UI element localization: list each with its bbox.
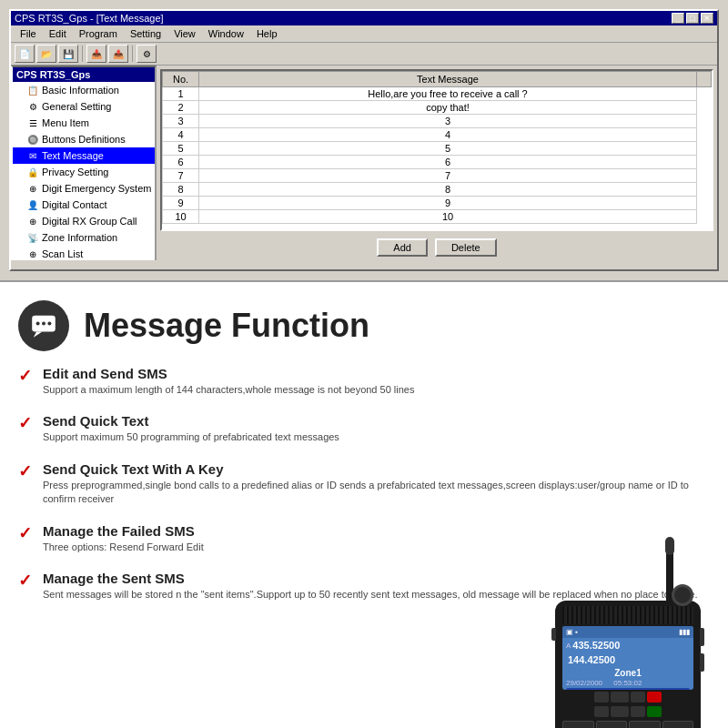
nav-ok (611, 692, 629, 703)
toolbar-settings[interactable]: ⚙ (136, 45, 157, 63)
cell-no: 7 (163, 169, 199, 183)
toolbar-write[interactable]: 📤 (108, 45, 128, 63)
radio-left-btn (551, 628, 556, 641)
cell-no: 8 (163, 183, 199, 197)
menu-setting[interactable]: Setting (125, 27, 167, 40)
table-row[interactable]: 88 (163, 183, 712, 197)
tree-text-message[interactable]: ✉Text Message (13, 147, 155, 164)
col-no: No. (163, 72, 199, 87)
tree-panel: CPS RT3S_Gps 📋Basic Information ⚙General… (11, 66, 157, 260)
zone-info-icon: 📡 (25, 230, 40, 245)
tree-title: CPS RT3S_Gps (13, 67, 155, 82)
toolbar-save[interactable]: 💾 (58, 45, 78, 63)
tree-digit-emergency[interactable]: ⊕Digit Emergency System (13, 180, 155, 197)
window-title: CPS RT3S_Gps - [Text Message] (15, 13, 164, 24)
close-btn[interactable]: ✕ (701, 13, 713, 24)
menu-view[interactable]: View (168, 27, 201, 40)
antenna-tip (665, 537, 674, 555)
col-message: Text Message (199, 72, 697, 87)
feature-content: Send Quick Text Support maximum 50 progr… (43, 413, 339, 444)
table-row[interactable]: 2copy that! (163, 101, 712, 115)
table-row[interactable]: 33 (163, 115, 712, 128)
bottom-section: Message Function ✓ Edit and Send SMS Sup… (0, 282, 728, 728)
nav-down (631, 692, 645, 703)
tree-scan-list[interactable]: ⊕Scan List (13, 246, 155, 260)
feature-desc: Press preprogrammed,single bond calls to… (43, 479, 710, 507)
screen-datetime: 29/02/2000 05:53:02 (562, 679, 693, 687)
feature-desc: Support maximum 50 programming of prefab… (43, 430, 339, 444)
tree-general-setting[interactable]: ⚙General Setting (13, 98, 155, 115)
key-4 (662, 721, 694, 728)
minimize-btn[interactable]: _ (672, 13, 684, 24)
cell-no: 6 (163, 156, 199, 169)
table-row[interactable]: 1010 (163, 210, 712, 224)
delete-button[interactable]: Delete (435, 238, 497, 257)
nav-red (647, 692, 662, 703)
text-message-icon: ✉ (25, 148, 40, 163)
radio-side-btn-1 (700, 628, 704, 646)
title-bar-buttons: _ □ ✕ (672, 13, 713, 24)
cell-no: 4 (163, 128, 199, 142)
scan-list-icon: ⊕ (25, 247, 40, 260)
menu-bar: File Edit Program Setting View Window He… (11, 25, 717, 43)
tree-basic-info[interactable]: 📋Basic Information (13, 82, 155, 98)
cell-msg: 3 (199, 115, 697, 128)
tree-privacy[interactable]: 🔒Privacy Setting (13, 164, 155, 180)
feature-item: ✓ Send Quick Text Support maximum 50 pro… (18, 413, 710, 444)
table-row[interactable]: 99 (163, 197, 712, 210)
menu-window[interactable]: Window (203, 27, 249, 40)
tree-buttons-def[interactable]: 🔘Buttons Definitions (13, 131, 155, 147)
menu-edit[interactable]: Edit (44, 27, 72, 40)
menu-program[interactable]: Program (74, 27, 123, 40)
cell-no: 1 (163, 87, 199, 101)
main-content-area: CPS RT3S_Gps 📋Basic Information ⚙General… (11, 66, 717, 260)
basic-info-icon: 📋 (25, 83, 40, 97)
menu-file[interactable]: File (15, 27, 42, 40)
radio-device: RETEVIS ▣ ▪ ▮▮▮ A 435.52500 144.42500 Zo (537, 546, 719, 728)
tree-digital-rx[interactable]: ⊕Digital RX Group Call (13, 213, 155, 229)
feature-title: Send Quick Text With A Key (43, 461, 710, 477)
toolbar-sep-2 (132, 46, 133, 62)
screen-freq1-row: A 435.52500 (562, 638, 693, 652)
add-button[interactable]: Add (377, 238, 428, 257)
software-screenshot: CPS RT3S_Gps - [Text Message] _ □ ✕ File… (0, 0, 728, 282)
nav-right (631, 706, 645, 717)
cell-msg: 7 (199, 169, 697, 183)
speaker-grille (562, 606, 693, 624)
buttons-def-icon: 🔘 (25, 132, 40, 147)
page-title: Message Function (84, 307, 369, 345)
feature-content: Manage the Failed SMS Three options: Res… (43, 523, 204, 554)
svg-marker-1 (34, 331, 43, 337)
content-panel: No. Text Message 1Hello,are you free to … (157, 66, 717, 260)
tree-menu-item[interactable]: ☰Menu Item (13, 115, 155, 131)
nav-left (594, 706, 609, 717)
key-3 (629, 721, 661, 728)
table-actions: Add Delete (157, 235, 717, 260)
screen-indicator: ▣ ▪ (566, 628, 578, 636)
cell-msg: 5 (199, 142, 697, 156)
table-row[interactable]: 1Hello,are you free to receive a call ? (163, 87, 712, 101)
main-window: CPS RT3S_Gps - [Text Message] _ □ ✕ File… (9, 9, 719, 271)
col-scroll (697, 72, 712, 87)
check-icon: ✓ (18, 461, 32, 481)
screen-zone: Zone1 (562, 667, 693, 679)
cell-no: 10 (163, 210, 199, 224)
menu-help[interactable]: Help (251, 27, 283, 40)
maximize-btn[interactable]: □ (686, 13, 699, 24)
table-row[interactable]: 66 (163, 156, 712, 169)
toolbar-read[interactable]: 📥 (86, 45, 106, 63)
table-row[interactable]: 44 (163, 128, 712, 142)
tree-zone-info[interactable]: 📡Zone Information (13, 229, 155, 246)
toolbar-new[interactable]: 📄 (15, 45, 35, 63)
feature-title: Edit and Send SMS (43, 366, 414, 381)
toolbar-open[interactable]: 📂 (36, 45, 56, 63)
screen-top-bar: ▣ ▪ ▮▮▮ (562, 626, 693, 638)
check-icon: ✓ (18, 366, 32, 386)
table-row[interactable]: 55 (163, 142, 712, 156)
feature-desc: Three options: Resend Forward Edit (43, 541, 204, 554)
title-bar: CPS RT3S_Gps - [Text Message] _ □ ✕ (11, 11, 717, 25)
tree-digital-contact[interactable]: 👤Digital Contact (13, 197, 155, 213)
table-row[interactable]: 77 (163, 169, 712, 183)
nav-row-1 (562, 692, 693, 703)
digital-rx-icon: ⊕ (25, 214, 40, 228)
